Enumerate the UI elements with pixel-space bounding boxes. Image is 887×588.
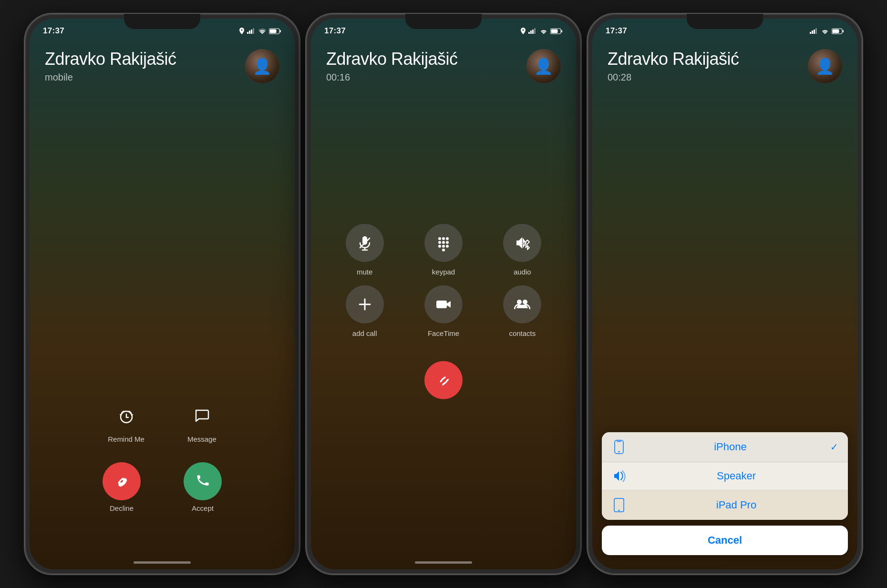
svg-rect-41	[810, 32, 811, 34]
svg-rect-47	[833, 29, 839, 33]
svg-rect-1	[249, 30, 250, 34]
contact-avatar-2	[526, 49, 561, 83]
status-icons-3	[810, 28, 844, 34]
wifi-icon	[258, 28, 266, 34]
svg-rect-20	[551, 29, 558, 33]
speaker-icon	[612, 470, 626, 482]
add-call-btn[interactable]: add call	[330, 285, 399, 337]
status-time-3: 17:37	[606, 26, 627, 36]
alarm-icon	[118, 407, 135, 425]
call-controls: mute	[311, 224, 576, 399]
audio-circle	[503, 224, 541, 262]
wifi-icon-2	[540, 28, 547, 34]
facetime-label: FaceTime	[428, 329, 459, 337]
svg-point-33	[446, 245, 449, 248]
keypad-icon	[435, 234, 452, 252]
keypad-btn[interactable]: keypad	[409, 224, 478, 276]
message-label: Message	[187, 435, 217, 443]
contact-area-1: Zdravko Rakijašić mobile	[30, 40, 295, 83]
iphone-frame-1: 17:37	[24, 13, 300, 575]
contact-area-3: Zdravko Rakijašić 00:28	[592, 40, 857, 83]
audio-btn[interactable]: audio	[488, 224, 557, 276]
audio-option-iphone[interactable]: iPhone ✓	[602, 432, 848, 462]
svg-point-27	[446, 237, 449, 240]
mute-btn[interactable]: mute	[330, 224, 399, 276]
iphone-frame-3: 17:37	[587, 13, 863, 575]
svg-point-52	[619, 510, 620, 511]
svg-rect-42	[812, 30, 813, 34]
screen-3: 17:37	[592, 19, 857, 569]
svg-rect-14	[528, 32, 530, 34]
accept-btn[interactable]	[184, 462, 222, 500]
home-indicator-1	[134, 561, 191, 564]
screen-2: 17:37	[311, 19, 576, 569]
contacts-label: contacts	[509, 329, 536, 337]
action-row-top: Remind Me Message	[108, 402, 217, 443]
keypad-circle	[424, 224, 463, 262]
facetime-btn[interactable]: FaceTime	[409, 285, 478, 337]
cancel-btn[interactable]: Cancel	[602, 526, 848, 555]
call-duration-3: 00:28	[608, 72, 739, 83]
end-call-btn[interactable]	[424, 361, 463, 399]
remind-me-btn[interactable]: Remind Me	[108, 402, 144, 443]
battery-icon-2	[550, 28, 563, 34]
ipad-icon	[614, 498, 624, 512]
contacts-circle	[503, 285, 541, 324]
keypad-label: keypad	[432, 268, 455, 276]
accept-phone-icon	[194, 473, 211, 490]
contact-status-1: mobile	[45, 72, 176, 83]
status-bar-3: 17:37	[592, 19, 857, 40]
svg-rect-6	[270, 29, 277, 33]
decline-btn[interactable]	[103, 462, 141, 500]
iphone-device-icon	[611, 440, 627, 454]
contact-area-2: Zdravko Rakijašić 00:16	[311, 40, 576, 83]
add-call-circle	[346, 285, 384, 324]
iphone-icon	[614, 440, 624, 454]
audio-label: audio	[514, 268, 531, 276]
signal-icon-2	[528, 28, 537, 34]
chat-icon	[193, 407, 210, 425]
svg-point-49	[619, 451, 620, 453]
contacts-btn[interactable]: contacts	[488, 285, 557, 337]
call-buttons: Decline Accept	[103, 462, 222, 512]
svg-point-31	[438, 245, 441, 248]
audio-options-list: iPhone ✓ Speaker	[602, 432, 848, 520]
controls-grid: mute	[311, 224, 576, 337]
speaker-device-icon	[611, 470, 627, 482]
svg-point-26	[442, 237, 445, 240]
audio-sheet: iPhone ✓ Speaker	[592, 432, 857, 569]
message-icon	[187, 402, 216, 430]
iphone-frame-2: 17:37	[305, 13, 582, 575]
status-time-1: 17:37	[43, 26, 64, 36]
iphone-check: ✓	[830, 441, 838, 453]
svg-rect-15	[530, 30, 532, 34]
svg-point-25	[438, 237, 441, 240]
signal-icon	[247, 28, 256, 34]
message-btn[interactable]: Message	[187, 402, 217, 443]
end-call-icon	[435, 372, 452, 389]
facetime-circle	[424, 285, 463, 324]
svg-point-34	[442, 249, 445, 252]
svg-point-30	[446, 241, 449, 244]
contact-avatar-3	[808, 49, 842, 83]
call-duration-2: 00:16	[326, 72, 458, 83]
svg-point-32	[442, 245, 445, 248]
home-indicator-2	[415, 561, 472, 564]
contact-avatar-1	[245, 49, 279, 83]
add-call-icon	[356, 296, 373, 313]
svg-rect-2	[251, 30, 252, 34]
decline-label: Decline	[110, 504, 134, 512]
audio-option-speaker[interactable]: Speaker	[602, 462, 848, 490]
audio-option-ipad[interactable]: iPad Pro	[602, 490, 848, 520]
svg-rect-5	[280, 30, 281, 32]
audio-icon	[514, 234, 531, 252]
battery-icon	[269, 28, 281, 34]
location-icon-2	[521, 28, 526, 34]
ipad-device-icon	[611, 498, 627, 512]
status-bar-1: 17:37	[30, 19, 295, 40]
screen-1: 17:37	[30, 19, 295, 569]
status-icons-2	[521, 28, 563, 34]
svg-point-40	[523, 300, 527, 304]
iphone-option-label: iPhone	[634, 441, 826, 453]
svg-line-12	[120, 415, 121, 416]
